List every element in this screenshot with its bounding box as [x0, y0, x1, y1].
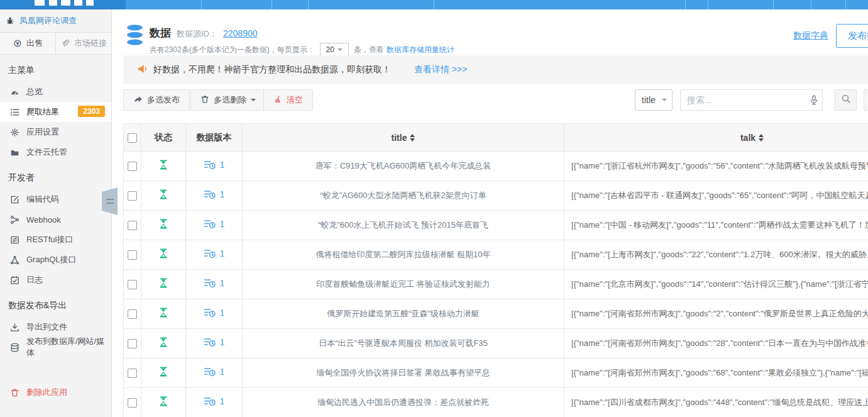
sidebar-item-crawl-results[interactable]: 爬取结果 2303 — [0, 102, 111, 122]
logo-glyph — [61, 0, 70, 6]
version-history-link[interactable]: 1 — [204, 308, 225, 318]
row-checkbox[interactable] — [128, 250, 137, 260]
row-checkbox-cell — [124, 329, 141, 359]
row-checkbox[interactable] — [128, 369, 137, 378]
row-title[interactable]: 缅甸全国停火协议将择日签署 果敢战事有望平息 — [243, 367, 563, 379]
row-checkbox-cell — [124, 359, 141, 388]
search-input[interactable] — [680, 89, 823, 111]
sidebar-item-label: 爬取结果 — [26, 106, 59, 118]
row-checkbox[interactable] — [128, 280, 137, 289]
search-field-select[interactable]: title — [635, 89, 673, 111]
data-dictionary-link[interactable]: 数据字典 — [793, 30, 828, 42]
row-checkbox-cell — [124, 270, 141, 299]
version-history-link[interactable]: 1 — [204, 189, 225, 199]
sort-icon[interactable] — [410, 134, 415, 142]
clipped-right-control[interactable] — [864, 89, 868, 111]
row-checkbox[interactable] — [128, 398, 137, 408]
version-history-link[interactable]: 1 — [204, 248, 225, 259]
row-talk[interactable]: [{"name":"[四川省成都市网友]","goods":"448","con… — [565, 397, 868, 408]
row-version-cell: 1 — [186, 270, 243, 299]
row-checkbox[interactable] — [128, 309, 137, 319]
sidebar-item-webhook[interactable]: Webhook — [0, 209, 111, 230]
navbar-divider — [708, 0, 708, 9]
row-checkbox[interactable] — [128, 162, 137, 171]
row-checkbox[interactable] — [128, 339, 137, 348]
version-history-link[interactable]: 1 — [204, 396, 225, 406]
row-talk[interactable]: [{"name":"[浙江省杭州市网友]","goods":"56","cont… — [565, 160, 868, 172]
page-header: 数据 数据源ID： 2208900 — [150, 26, 258, 40]
version-history-link[interactable]: 1 — [204, 219, 225, 229]
sidebar-item-restful-api[interactable]: RESTful接口 — [0, 230, 111, 250]
sidebar-item-edit-code[interactable]: 编辑代码 — [0, 189, 111, 209]
version-history-link[interactable]: 1 — [204, 160, 225, 170]
row-talk[interactable]: [{"name":"[河南省郑州市网友]","goods":"2","conte… — [565, 308, 868, 320]
multi-delete-button[interactable]: 多选删除 — [190, 89, 266, 111]
page-size-select[interactable]: 20 — [320, 43, 349, 57]
sidebar-item-graphql-api[interactable]: GraphQL接口 — [0, 250, 111, 270]
row-status-cell — [141, 211, 186, 240]
row-title[interactable]: 俄将租借给印度第二艘阿库拉级核潜艇 租期10年 — [243, 249, 563, 260]
row-checkbox[interactable] — [128, 221, 137, 230]
column-title[interactable]: title — [243, 124, 564, 152]
tab-market-link[interactable]: 市场链接 — [55, 33, 111, 54]
sidebar-item-logs[interactable]: 日志 — [0, 270, 111, 290]
delete-app-label: 删除此应用 — [26, 387, 67, 398]
version-number: 1 — [220, 189, 225, 199]
microphone-icon[interactable] — [810, 95, 818, 108]
row-title[interactable]: “蛟龙”AG600大型水陆两栖飞机获2架意向订单 — [243, 190, 563, 201]
status-pending-icon — [159, 220, 168, 231]
row-talk[interactable]: [{"name":"[中国 - 移动网友]","goods":"11","con… — [565, 220, 868, 231]
version-history-link[interactable]: 1 — [204, 337, 225, 347]
row-talk-cell: [{"name":"[浙江省杭州市网友]","goods":"56","cont… — [564, 152, 868, 181]
row-talk-cell: [{"name":"[上海市网友]","goods":"22","content… — [564, 240, 868, 270]
database-big-icon — [123, 23, 146, 49]
sidebar-collapse-handle[interactable] — [102, 187, 118, 215]
tab-sell[interactable]: 出售 — [0, 33, 55, 54]
clear-all-button[interactable]: 清空 — [263, 89, 313, 111]
row-talk[interactable]: [{"name":"[北京市网友]","goods":"14","content… — [565, 279, 868, 290]
row-talk[interactable]: [{"name":"[上海市网友]","goods":"22","content… — [565, 249, 868, 260]
sidebar-item-overview[interactable]: 总览 — [0, 82, 111, 102]
delete-app-button[interactable]: 删除此应用 — [0, 382, 111, 403]
row-title-cell: 印度首艘鲉鱼级潜艇近完工 将验证核武发射能力 — [243, 270, 564, 299]
row-title[interactable]: 唐军：C919大飞机AG600两栖飞机今年完成总装 — [243, 160, 563, 172]
column-talk[interactable]: talk — [564, 124, 868, 152]
row-talk-cell: [{"name":"[四川省成都市网友]","goods":"448","con… — [564, 388, 868, 417]
row-talk[interactable]: [{"name":"[河南省郑州市网友]","goods":"28","cont… — [565, 338, 868, 349]
publish-data-button[interactable]: 发布数据 — [836, 24, 868, 48]
select-all-checkbox[interactable] — [128, 133, 137, 143]
publish-data-label: 发布数据 — [848, 30, 868, 42]
row-talk[interactable]: [{"name":"[河南省郑州市网友]","goods":"68","cont… — [565, 367, 868, 379]
page-title: 数据 — [150, 26, 171, 40]
sidebar-item-file-hosting[interactable]: 文件云托管 — [0, 142, 111, 162]
app-title-label: 凤凰网评论调查 — [19, 15, 77, 26]
banner-detail-link[interactable]: 查看详情 >>> — [414, 64, 467, 75]
version-history-link[interactable]: 1 — [204, 367, 225, 377]
chevron-down-icon — [251, 99, 256, 104]
navbar-logo[interactable] — [0, 0, 126, 9]
navbar-divider — [845, 0, 846, 9]
storage-usage-link[interactable]: 数据库存储用量统计 — [387, 45, 454, 55]
list-icon — [9, 108, 19, 117]
search-button[interactable] — [835, 89, 857, 111]
version-number: 1 — [220, 308, 225, 318]
row-title[interactable]: “蛟龙”600水上飞机开始试飞 预计2015年底首飞 — [243, 220, 563, 231]
row-checkbox[interactable] — [128, 191, 137, 201]
sort-icon[interactable] — [759, 134, 764, 142]
sidebar-item-app-settings[interactable]: 应用设置 — [0, 122, 111, 142]
log-icon — [9, 275, 19, 285]
sidebar-item-export-file[interactable]: 导出到文件 — [0, 317, 111, 337]
source-id-link[interactable]: 2208900 — [223, 28, 258, 38]
column-status: 状态 — [141, 124, 186, 152]
sidebar-item-publish-db[interactable]: 发布到数据库/网站/媒体 — [0, 337, 111, 357]
status-pending-icon — [159, 161, 168, 172]
version-history-link[interactable]: 1 — [204, 278, 225, 288]
multi-publish-button[interactable]: 多选发布 — [123, 89, 190, 111]
row-talk[interactable]: [{"name":"[吉林省四平市 - 联通网友]","goods":"65",… — [565, 190, 868, 201]
version-number: 1 — [220, 396, 225, 406]
row-title[interactable]: 印度首艘鲉鱼级潜艇近完工 将验证核武发射能力 — [243, 279, 563, 290]
row-title[interactable]: 日本“出云”号驱逐舰本周服役 稍加改装可载F35 — [243, 338, 563, 349]
logo-glyph — [35, 0, 45, 6]
row-title[interactable]: 缅甸边民逃入中国后仍遭遇投弹：差点就被炸死 — [243, 397, 563, 408]
row-title[interactable]: 俄罗斯开始建造第五艘“亚森”级核动力潜艇 — [243, 308, 563, 320]
